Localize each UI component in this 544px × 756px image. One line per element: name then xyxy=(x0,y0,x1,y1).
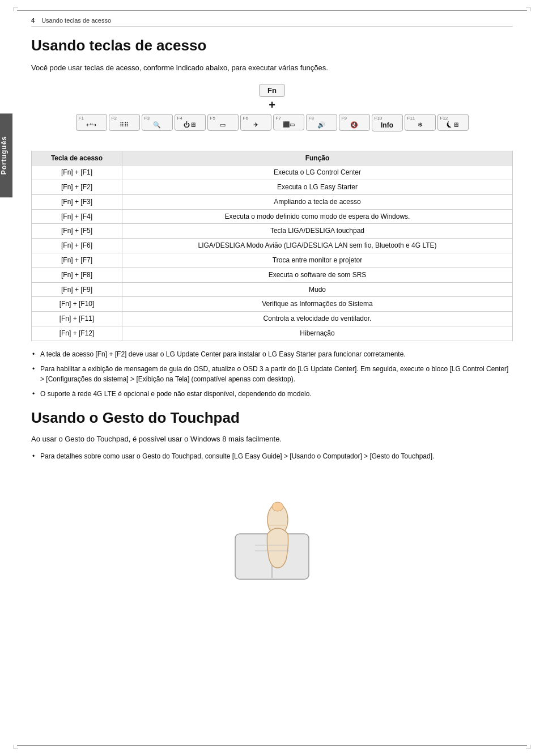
fkey-f2-icon: ⠿⠿ xyxy=(120,121,129,129)
table-cell-key: [Fn] + [F8] xyxy=(32,267,122,282)
table-cell-func: Executa o LG Easy Starter xyxy=(122,180,513,195)
fkey-f11-icon: ❄ xyxy=(418,121,423,129)
svg-point-5 xyxy=(272,502,283,511)
section1-intro: Você pode usar teclas de acesso, conform… xyxy=(31,62,513,74)
fkey-f10-icon: Info xyxy=(381,121,393,130)
table-row: [Fn] + [F5]Tecla LIGA/DESLIGA touchpad xyxy=(32,224,513,239)
fkey-f4-label: F4 xyxy=(177,116,182,121)
fkey-f11: F11 ❄ xyxy=(405,114,436,131)
fkey-f8-label: F8 xyxy=(309,116,314,121)
table-cell-key: [Fn] + [F7] xyxy=(32,253,122,268)
table-row: [Fn] + [F12]Hibernação xyxy=(32,326,513,341)
fkey-f9-label: F9 xyxy=(342,116,347,121)
table-row: [Fn] + [F10]Verifique as Informações do … xyxy=(32,297,513,312)
touchpad-illustration xyxy=(210,472,334,585)
table-cell-key: [Fn] + [F5] xyxy=(32,224,122,239)
fkey-f2: F2 ⠿⠿ xyxy=(109,114,140,131)
fkey-f8: F8 🔊 xyxy=(306,114,337,131)
table-row: [Fn] + [F6]LIGA/DESLIGA Modo Avião (LIGA… xyxy=(32,239,513,253)
fn-key: Fn xyxy=(259,84,285,97)
section2-title: Usando o Gesto do Touchpad xyxy=(31,409,513,427)
fkeys-row: F1 ↩↪ F2 ⠿⠿ F3 🔍 F4 ⏻🖥 F5 ▭ xyxy=(76,114,469,132)
main-content: Usando teclas de acesso Você pode usar t… xyxy=(31,31,513,736)
table-row: [Fn] + [F8]Executa o software de som SRS xyxy=(32,267,513,282)
fkey-f1-label: F1 xyxy=(79,116,84,121)
fkey-f7-label: F7 xyxy=(276,116,281,121)
fkey-f3-icon: 🔍 xyxy=(153,121,161,129)
table-cell-func: Hibernação xyxy=(122,326,513,341)
fkey-f5-label: F5 xyxy=(210,116,215,121)
table-cell-key: [Fn] + [F3] xyxy=(32,194,122,209)
table-row: [Fn] + [F7]Troca entre monitor e projeto… xyxy=(32,253,513,268)
table-cell-func: Executa o software de som SRS xyxy=(122,267,513,282)
fkey-f12: F12 ⏾🖥 xyxy=(437,114,469,131)
table-cell-key: [Fn] + [F10] xyxy=(32,297,122,312)
table-row: [Fn] + [F2]Executa o LG Easy Starter xyxy=(32,180,513,195)
section2-note: Para detalhes sobre como usar o Gesto do… xyxy=(31,451,513,461)
table-cell-key: [Fn] + [F1] xyxy=(32,165,122,180)
table-row: [Fn] + [F1]Executa o LG Control Center xyxy=(32,165,513,180)
section2-intro: Ao usar o Gesto do Touchpad, é possível … xyxy=(31,434,513,445)
table-cell-func: Executa o LG Control Center xyxy=(122,165,513,180)
table-cell-func: Troca entre monitor e projetor xyxy=(122,253,513,268)
fkey-f6-label: F6 xyxy=(243,116,248,121)
table-col1-header: Tecla de acesso xyxy=(32,151,122,165)
fkey-f3: F3 🔍 xyxy=(142,114,173,131)
table-cell-key: [Fn] + [F12] xyxy=(32,326,122,341)
table-cell-key: [Fn] + [F6] xyxy=(32,239,122,253)
fn-area: Fn + F1 ↩↪ F2 ⠿⠿ F3 🔍 F4 ⏻🖥 xyxy=(31,84,513,142)
fkey-f1: F1 ↩↪ xyxy=(76,114,107,131)
table-cell-func: Controla a velocidade do ventilador. xyxy=(122,312,513,326)
fkey-f12-icon: ⏾🖥 xyxy=(447,121,459,129)
note-item: Para habilitar a exibição de mensagem de… xyxy=(31,364,513,384)
note-item: O suporte à rede 4G LTE é opcional e pod… xyxy=(31,389,513,399)
table-row: [Fn] + [F11]Controla a velocidade do ven… xyxy=(32,312,513,326)
fkey-f10: F10 Info xyxy=(372,114,403,132)
section1-title: Usando teclas de acesso xyxy=(31,37,513,54)
fkey-f10-label: F10 xyxy=(375,116,382,121)
fkey-f9-icon: 🔇 xyxy=(350,121,358,129)
fkey-f7: F7 ⬛▭ xyxy=(273,114,304,130)
fkey-f3-label: F3 xyxy=(144,116,150,121)
table-cell-func: LIGA/DESLIGA Modo Avião (LIGA/DESLIGA LA… xyxy=(122,239,513,253)
table-col2-header: Função xyxy=(122,151,513,165)
fkey-f8-icon: 🔊 xyxy=(317,121,325,129)
fkey-f1-icon: ↩↪ xyxy=(86,121,96,129)
table-cell-func: Verifique as Informações do Sistema xyxy=(122,297,513,312)
notes-list: A tecla de acesso [Fn] + [F2] deve usar … xyxy=(31,349,513,399)
fkey-f4-icon: ⏻🖥 xyxy=(184,121,196,129)
note-item: A tecla de acesso [Fn] + [F2] deve usar … xyxy=(31,349,513,359)
table-row: [Fn] + [F4]Executa o modo definido como … xyxy=(32,209,513,224)
fkey-f4: F4 ⏻🖥 xyxy=(175,114,206,131)
access-table: Tecla de acesso Função [Fn] + [F1]Execut… xyxy=(31,151,513,341)
touchpad-image-area xyxy=(31,472,513,585)
plus-sign: + xyxy=(269,99,275,111)
fkey-f9: F9 🔇 xyxy=(339,114,370,131)
section2-notes-list: Para detalhes sobre como usar o Gesto do… xyxy=(31,451,513,461)
table-cell-key: [Fn] + [F9] xyxy=(32,282,122,297)
side-tab: Português xyxy=(0,113,12,197)
header-text: Usando teclas de acesso xyxy=(41,17,111,24)
table-cell-key: [Fn] + [F2] xyxy=(32,180,122,195)
fkey-f12-label: F12 xyxy=(440,116,448,121)
table-row: [Fn] + [F3]Ampliando a tecla de acesso xyxy=(32,194,513,209)
fkey-f6: F6 ✈ xyxy=(240,114,271,131)
table-row: [Fn] + [F9]Mudo xyxy=(32,282,513,297)
page-number: 4 xyxy=(31,17,35,24)
fkey-f11-label: F11 xyxy=(407,116,415,121)
table-cell-key: [Fn] + [F4] xyxy=(32,209,122,224)
table-cell-func: Executa o modo definido como modo de esp… xyxy=(122,209,513,224)
table-cell-func: Ampliando a tecla de acesso xyxy=(122,194,513,209)
fkey-f5-icon: ▭ xyxy=(220,121,226,129)
fkey-f7-icon: ⬛▭ xyxy=(283,121,295,129)
table-cell-key: [Fn] + [F11] xyxy=(32,312,122,326)
table-cell-func: Mudo xyxy=(122,282,513,297)
fkey-f5: F5 ▭ xyxy=(207,114,239,131)
page-header: 4 Usando teclas de acesso xyxy=(31,17,513,27)
table-cell-func: Tecla LIGA/DESLIGA touchpad xyxy=(122,224,513,239)
fkey-f2-label: F2 xyxy=(112,116,117,121)
fkey-f6-icon: ✈ xyxy=(253,121,258,129)
